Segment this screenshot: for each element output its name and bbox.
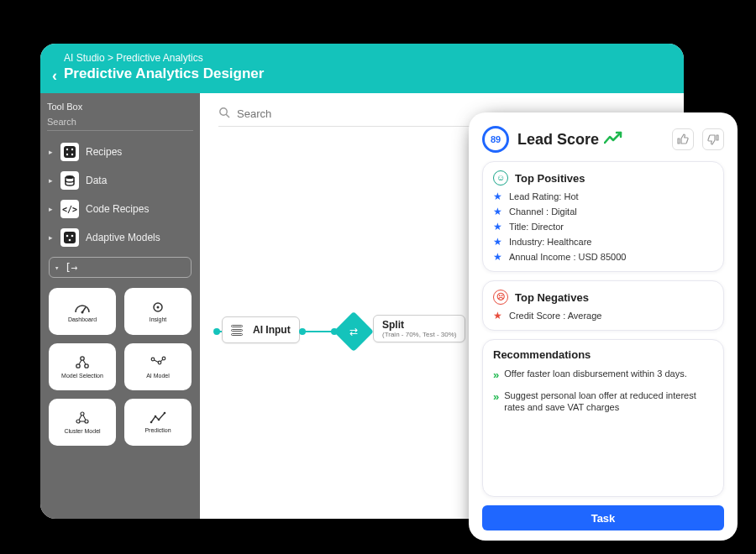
negative-item: ★Credit Score : Average — [493, 310, 713, 321]
recommendation-item: »Suggest personal loan offer at reduced … — [493, 389, 713, 415]
svg-line-23 — [160, 359, 163, 362]
node-title: AI Input — [253, 324, 291, 336]
svg-point-34 — [220, 108, 227, 115]
database-icon — [228, 321, 246, 339]
chevron-right-icon: ▸ — [49, 233, 54, 242]
panel-positives: ☺ Top Positives ★Lead Rating: Hot ★Chann… — [482, 161, 724, 272]
svg-point-9 — [69, 239, 71, 242]
database-icon — [60, 171, 79, 190]
sidebar-tile-grid: Dashboard Insight Model Selection — [47, 285, 193, 449]
svg-point-11 — [81, 311, 84, 313]
breadcrumb[interactable]: AI Studio > Predictive Analytics — [64, 52, 264, 64]
sidebar-item-adaptive-models[interactable]: ▸ Adaptive Models — [47, 223, 193, 252]
thumbs-down-button[interactable] — [702, 128, 724, 150]
panel-recommendations: Recommendations »Offer faster loan disbu… — [482, 339, 724, 497]
ai-model-icon — [150, 355, 166, 370]
insight-icon — [151, 301, 165, 314]
expand-glyph: [→ — [65, 261, 78, 274]
app-header: ‹ AI Studio > Predictive Analytics Predi… — [40, 44, 684, 93]
toolbox-title: Tool Box — [47, 100, 193, 115]
sidebar-item-data[interactable]: ▸ Data — [47, 166, 193, 195]
node-ai-input[interactable]: AI Input — [222, 316, 300, 343]
chevron-right-icon: ▸ — [49, 176, 54, 185]
chevron-down-icon: ▾ — [55, 264, 60, 272]
svg-point-31 — [155, 415, 157, 417]
star-icon: ★ — [493, 251, 502, 263]
sidebar-expand-toggle[interactable]: ▾ [→ — [49, 257, 192, 278]
svg-point-4 — [71, 154, 73, 155]
chevrons-right-icon: » — [493, 389, 497, 405]
svg-point-5 — [66, 175, 74, 179]
flow-edge — [302, 331, 333, 332]
chevrons-right-icon: » — [493, 368, 497, 383]
svg-point-7 — [66, 235, 69, 238]
svg-point-16 — [85, 363, 88, 367]
node-title: Split — [382, 319, 456, 331]
panel-title-text: Top Positives — [515, 172, 585, 185]
positive-item: ★Industry: Healthcare — [493, 236, 713, 248]
tile-label: Cluster Model — [64, 428, 100, 435]
tile-dashboard[interactable]: Dashboard — [49, 288, 116, 335]
code-icon: </> — [60, 200, 79, 218]
split-glyph: ⇄ — [349, 326, 358, 337]
node-split-icon[interactable]: ⇄ — [333, 311, 374, 352]
svg-line-17 — [79, 360, 81, 364]
tile-ai-model[interactable]: AI Model — [124, 343, 192, 390]
tile-label: Prediction — [144, 427, 171, 434]
recommendation-item: »Offer faster loan disbursement within 3… — [493, 368, 713, 383]
positive-item: ★Lead Rating: Hot — [493, 191, 713, 202]
svg-rect-6 — [64, 232, 76, 243]
tile-label: Model Selection — [61, 373, 103, 379]
panel-negatives: ☹ Top Negatives ★Credit Score : Average — [482, 280, 724, 331]
search-icon — [218, 107, 230, 121]
tile-label: Dashboard — [68, 316, 97, 323]
svg-point-1 — [66, 149, 68, 150]
svg-point-19 — [151, 358, 155, 361]
sidebar: Tool Box ▸ Recipes ▸ Data — [40, 93, 200, 519]
sidebar-item-label: Code Recipes — [86, 203, 149, 215]
lead-title: Lead Score — [517, 131, 599, 149]
tile-prediction[interactable]: Prediction — [124, 399, 192, 446]
sidebar-item-recipes[interactable]: ▸ Recipes — [47, 138, 193, 166]
recipes-icon — [60, 143, 79, 161]
toolbox-search-input[interactable] — [47, 115, 193, 131]
star-icon: ★ — [493, 310, 502, 321]
score-ring: 89 — [482, 126, 509, 153]
sidebar-item-label: Data — [86, 175, 107, 186]
lead-card-header: 89 Lead Score — [482, 126, 724, 153]
lead-score-card: 89 Lead Score ☺ Top Positives ★Lead Rati… — [469, 112, 738, 541]
svg-point-8 — [71, 235, 74, 238]
page-title: Predictive Analytics Designer — [64, 65, 264, 82]
chevron-right-icon: ▸ — [49, 205, 54, 213]
star-icon: ★ — [493, 206, 502, 217]
tile-insight[interactable]: Insight — [124, 288, 192, 335]
adaptive-icon — [60, 228, 79, 247]
smile-icon: ☺ — [493, 170, 508, 186]
svg-point-33 — [164, 411, 166, 414]
star-icon: ★ — [493, 221, 502, 233]
sidebar-item-code-recipes[interactable]: ▸ </> Code Recipes — [47, 195, 193, 223]
thumbs-up-button[interactable] — [672, 128, 694, 150]
svg-point-30 — [150, 421, 153, 423]
tile-model-selection[interactable]: Model Selection — [49, 343, 116, 390]
svg-point-3 — [66, 154, 68, 155]
node-split[interactable]: Split (Train - 70%, Test - 30%) — [373, 315, 465, 342]
model-selection-icon — [74, 355, 91, 370]
positive-item: ★Channel : Digital — [493, 206, 713, 217]
svg-point-2 — [71, 149, 73, 150]
trend-up-icon — [604, 131, 622, 149]
task-button[interactable]: Task — [482, 505, 724, 530]
cluster-icon — [74, 410, 91, 426]
sidebar-item-label: Adaptive Models — [86, 232, 160, 243]
positive-item: ★Title: Director — [493, 221, 713, 233]
tile-cluster-model[interactable]: Cluster Model — [49, 399, 116, 446]
tile-label: AI Model — [146, 373, 170, 379]
back-icon[interactable]: ‹ — [52, 67, 57, 85]
chevron-right-icon: ▸ — [49, 148, 54, 156]
svg-line-18 — [83, 360, 86, 364]
panel-title-text: Top Negatives — [515, 291, 589, 304]
positive-item: ★Annual Income : USD 85000 — [493, 251, 713, 263]
svg-rect-0 — [64, 146, 76, 158]
svg-line-27 — [79, 415, 81, 420]
svg-point-32 — [158, 418, 160, 421]
